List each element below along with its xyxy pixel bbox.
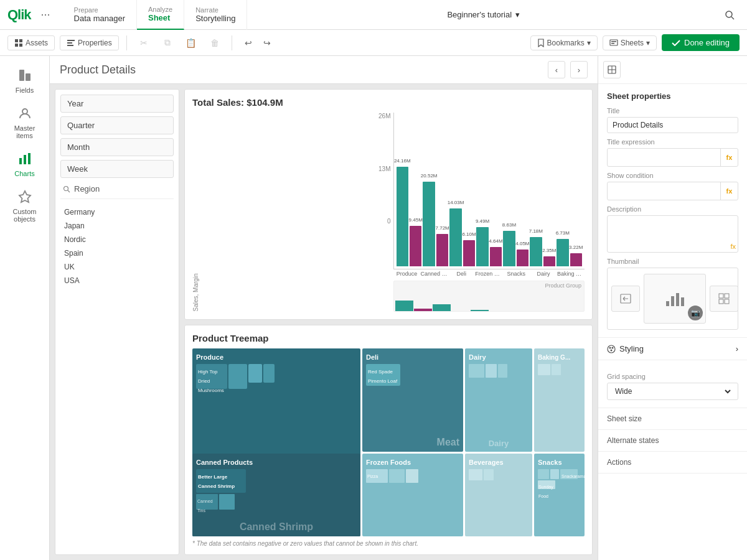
svg-rect-4 — [15, 44, 18, 47]
treemap-baking: Baking G... — [534, 348, 585, 452]
thumbnail-prev-btn[interactable] — [611, 286, 640, 312]
properties-button[interactable]: Properties — [60, 35, 119, 50]
custom-objects-label: Custom objects — [6, 208, 44, 223]
assets-button[interactable]: Assets — [7, 35, 55, 50]
tutorial-selector[interactable]: Beginner's tutorial ▾ — [439, 6, 527, 23]
treemap-deli-label: Deli — [366, 353, 378, 361]
svg-rect-13 — [26, 73, 31, 81]
done-editing-button[interactable]: Done editing — [662, 34, 740, 51]
mini-chart-scroll[interactable]: Product Group — [393, 281, 585, 312]
alternate-states-row[interactable]: Alternate states — [598, 430, 747, 452]
y-0: 0 — [387, 218, 391, 225]
x-baking: Baking Go... — [557, 271, 585, 277]
nav-analyze[interactable]: Analyze Sheet — [137, 0, 184, 30]
treemap-snacks-mini-1 — [538, 469, 549, 479]
svg-rect-15 — [19, 158, 22, 164]
treemap-high-top-label: High Top Dried Mushrooms — [198, 369, 224, 393]
nav-narrate-label: Narrate — [195, 6, 235, 14]
show-condition-row: fx — [607, 182, 738, 200]
bookmarks-button[interactable]: Bookmarks ▾ — [530, 35, 598, 50]
svg-line-20 — [68, 190, 70, 192]
copy-button[interactable]: ⧉ — [158, 34, 177, 52]
filter-week[interactable]: Week — [60, 160, 174, 178]
svg-rect-26 — [671, 296, 674, 306]
description-fx-button[interactable]: fx — [730, 243, 736, 250]
region-germany[interactable]: Germany — [60, 205, 174, 219]
grid-spacing-select[interactable]: Wide Medium Narrow — [613, 383, 733, 399]
sidebar-item-charts[interactable]: Charts — [4, 147, 46, 182]
sheet-next-button[interactable]: › — [570, 61, 588, 78]
paste-button[interactable]: 📋 — [182, 34, 200, 52]
svg-rect-10 — [611, 41, 616, 42]
redo-button[interactable]: ↪ — [258, 34, 276, 52]
bar-baking-teal-label: 6.73M — [556, 230, 570, 236]
show-condition-fx-button[interactable]: fx — [720, 182, 738, 200]
nav-prepare-title: Data manager — [74, 14, 125, 23]
actions-label: Actions — [607, 458, 631, 467]
nav-more-icon[interactable]: ··· — [41, 8, 50, 21]
nav-right-section — [720, 5, 740, 25]
bar-baking-pink: 3.22M — [570, 253, 582, 266]
bar-baking-pink-label: 3.22M — [569, 245, 583, 250]
tutorial-label: Beginner's tutorial — [447, 10, 512, 19]
treemap-better-large: Better Large Canned Shrimp — [196, 469, 246, 493]
custom-objects-icon — [18, 190, 32, 207]
bar-frozen-pink-label: 4.64M — [489, 238, 502, 244]
thumbnail-large-preview[interactable]: 📷 — [644, 274, 706, 324]
sidebar-item-fields[interactable]: Fields — [4, 63, 46, 99]
filter-year[interactable]: Year — [60, 95, 174, 113]
sidebar-item-custom-objects[interactable]: Custom objects — [4, 185, 46, 228]
treemap-baking-mini-1 — [538, 364, 550, 375]
sheet-prev-button[interactable]: ‹ — [548, 61, 565, 78]
nav-prepare[interactable]: Prepare Data manager — [63, 0, 137, 30]
bar-group-produce: 24.16M 9.45M — [397, 167, 422, 266]
region-spain[interactable]: Spain — [60, 246, 174, 260]
rp-layout-icon-btn[interactable] — [603, 61, 621, 78]
title-expression-fx-button[interactable]: fx — [720, 149, 738, 166]
filter-quarter[interactable]: Quarter — [60, 116, 174, 134]
sheets-button[interactable]: Sheets ▾ — [603, 35, 657, 50]
sheets-label: Sheets — [621, 39, 644, 47]
filter-region-label: Region — [60, 182, 174, 199]
treemap-snacks-mini-4: Sunday Food — [538, 480, 555, 489]
bar-deli-teal-label: 14.03M — [448, 200, 464, 205]
actions-row[interactable]: Actions — [598, 452, 747, 474]
undo-button[interactable]: ↩ — [240, 34, 257, 52]
thumbnail-camera-icon[interactable]: 📷 — [688, 306, 703, 320]
master-items-icon — [18, 106, 32, 123]
nav-narrate[interactable]: Narrate Storytelling — [184, 0, 247, 30]
sheet-size-row[interactable]: Sheet size — [598, 408, 747, 430]
description-textarea[interactable] — [607, 215, 738, 253]
sidebar-item-master-items[interactable]: Master items — [4, 101, 46, 144]
title-expression-input[interactable] — [608, 150, 720, 165]
treemap-red-spade: Red Spade Pimento Loaf — [366, 364, 400, 386]
undo-redo-group: ↩ ↪ — [240, 34, 276, 52]
assets-label: Assets — [26, 39, 48, 47]
show-condition-input[interactable] — [608, 184, 720, 198]
region-uk[interactable]: UK — [60, 260, 174, 274]
thumbnail-grid-btn[interactable] — [710, 286, 738, 312]
y-13m: 13M — [378, 166, 390, 172]
fields-label: Fields — [16, 86, 34, 94]
svg-rect-7 — [67, 42, 72, 44]
title-label: Title — [607, 107, 738, 114]
treemap-dairy-mini-3 — [498, 364, 507, 378]
region-nordic[interactable]: Nordic — [60, 233, 174, 246]
thumbnail-area: 📷 — [607, 268, 738, 330]
styling-collapsible[interactable]: Styling › — [598, 338, 747, 360]
filter-month[interactable]: Month — [60, 138, 174, 156]
bar-chart-area: 24.16M 9.45M 20.52M — [393, 113, 585, 269]
sheet-canvas: Year Quarter Month Week Region Germany J… — [50, 84, 598, 560]
region-japan[interactable]: Japan — [60, 219, 174, 233]
bar-dairy-teal-label: 7.18M — [529, 228, 543, 234]
region-usa[interactable]: USA — [60, 274, 174, 287]
bar-produce-pink: 9.45M — [410, 226, 421, 266]
cut-button[interactable]: ✂ — [134, 34, 153, 52]
title-input[interactable] — [607, 117, 738, 133]
svg-point-14 — [22, 109, 27, 114]
search-button[interactable] — [720, 5, 740, 25]
bookmarks-label: Bookmarks — [547, 39, 585, 47]
nav-prepare-label: Prepare — [74, 6, 125, 14]
region-list: Germany Japan Nordic Spain UK USA — [60, 205, 174, 287]
delete-button[interactable]: 🗑 — [205, 34, 224, 52]
